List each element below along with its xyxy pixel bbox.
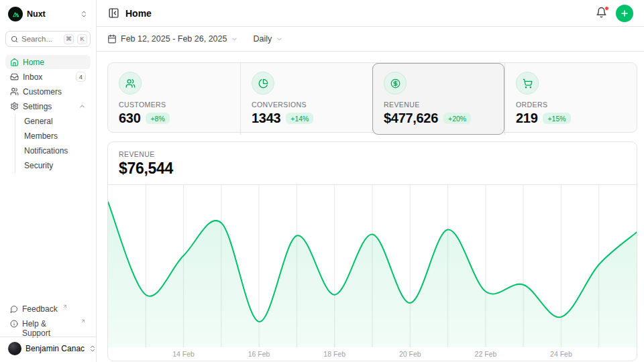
nuxt-logo-icon: [8, 7, 23, 21]
gear-icon: [10, 102, 19, 111]
plus-icon: [620, 9, 629, 18]
chart-title: REVENUE: [119, 150, 626, 158]
avatar: [8, 342, 21, 355]
area-chart-svg: 14 Feb16 Feb18 Feb20 Feb22 Feb24 Feb: [108, 185, 637, 361]
dollar-sign-icon: [390, 78, 400, 88]
header-actions: [594, 5, 633, 22]
date-range-picker[interactable]: Feb 12, 2025 - Feb 26, 2025: [107, 34, 238, 44]
sidebar-item-label: Customers: [23, 87, 62, 97]
sidebar-item-customers[interactable]: Customers: [5, 84, 91, 99]
x-axis-tick-label: 22 Feb: [475, 350, 497, 358]
sidebar-item-label: Help & Support: [22, 319, 76, 338]
sidebar-item-label: Members: [24, 131, 58, 141]
inbox-count-badge: 4: [76, 72, 86, 82]
sidebar-item-label: Home: [23, 58, 44, 67]
x-axis-tick-label: 16 Feb: [248, 350, 270, 358]
sidebar-item-help-support[interactable]: Help & Support: [5, 318, 91, 333]
stat-label: CUSTOMERS: [119, 101, 229, 109]
x-axis-tick-label: 14 Feb: [172, 350, 195, 358]
external-link-arrow-icon: [80, 318, 86, 324]
page-content: CUSTOMERS 630 +8% CONVERSIONS 1343 +14%: [97, 52, 644, 362]
sidebar-item-security[interactable]: Security: [15, 158, 91, 173]
sidebar-item-members[interactable]: Members: [15, 129, 91, 143]
collapse-sidebar-button[interactable]: [107, 7, 119, 19]
shopping-cart-icon: [523, 78, 533, 88]
home-icon: [10, 58, 19, 66]
sidebar-item-label: Inbox: [23, 72, 42, 82]
sidebar-item-feedback[interactable]: Feedback: [5, 303, 91, 318]
revenue-area-chart[interactable]: 14 Feb16 Feb18 Feb20 Feb22 Feb24 Feb: [108, 185, 637, 361]
stat-value: 630: [119, 111, 140, 126]
search-icon: [11, 36, 18, 43]
notification-dot: [604, 6, 609, 11]
sidebar-item-general[interactable]: General: [15, 114, 91, 129]
stat-icon-circle: [516, 72, 539, 95]
user-name: Benjamin Canac: [25, 344, 85, 353]
chevron-up-icon: [78, 103, 86, 110]
users-icon: [125, 78, 136, 88]
panel-left-close-icon: [108, 7, 119, 19]
search-input[interactable]: Search... ⌘ K: [5, 31, 91, 47]
chevrons-up-down-icon: [89, 345, 97, 353]
notifications-button[interactable]: [594, 7, 608, 20]
interval-select[interactable]: Daily: [253, 34, 283, 44]
stat-card-customers[interactable]: CUSTOMERS 630 +8%: [108, 63, 240, 135]
stat-card-conversions[interactable]: CONVERSIONS 1343 +14%: [240, 63, 372, 135]
kbd-cmd: ⌘: [64, 34, 74, 44]
filters-toolbar: Feb 12, 2025 - Feb 26, 2025 Daily: [97, 27, 644, 52]
stat-delta-badge: +14%: [286, 113, 313, 124]
sidebar-item-label: Settings: [23, 102, 52, 111]
stat-label: REVENUE: [384, 101, 494, 109]
interval-label: Daily: [253, 34, 272, 44]
stat-value: 1343: [252, 111, 280, 126]
kbd-k: K: [77, 34, 87, 44]
stat-value: 219: [516, 111, 537, 126]
sidebar-item-settings[interactable]: Settings: [5, 99, 91, 113]
date-range-label: Feb 12, 2025 - Feb 26, 2025: [121, 34, 227, 44]
calendar-icon: [107, 34, 117, 44]
sidebar-item-notifications[interactable]: Notifications: [15, 143, 91, 158]
sidebar-item-label: Security: [24, 161, 53, 170]
app-window: Nuxt Search... ⌘ K Home Inbox 4 Customer…: [0, 0, 644, 362]
x-axis-tick-label: 18 Feb: [323, 350, 345, 358]
stat-delta-badge: +15%: [543, 113, 570, 124]
user-menu[interactable]: Benjamin Canac: [5, 337, 91, 357]
workspace-switcher[interactable]: Nuxt: [5, 5, 91, 23]
sidebar-item-inbox[interactable]: Inbox 4: [5, 70, 91, 84]
sidebar-nav: Home Inbox 4 Customers Settings General …: [5, 55, 91, 173]
revenue-chart-card: REVENUE $76,544 14 Feb16 Feb18 Feb20 Feb…: [107, 141, 637, 361]
info-circle-icon: [10, 320, 18, 328]
chevron-down-icon: [276, 36, 283, 43]
sidebar-item-home[interactable]: Home: [5, 55, 91, 69]
stat-icon-circle: [119, 72, 142, 95]
external-link-arrow-icon: [62, 304, 68, 309]
chart-current-value: $76,544: [119, 160, 626, 178]
pie-chart-icon: [258, 78, 268, 88]
stat-delta-badge: +20%: [443, 113, 471, 124]
stat-delta-badge: +8%: [146, 113, 169, 124]
sidebar-item-label: General: [24, 117, 53, 126]
stat-label: CONVERSIONS: [252, 101, 362, 109]
chevrons-up-down-icon: [80, 10, 88, 18]
stat-value: $477,626: [384, 111, 438, 126]
workspace-name: Nuxt: [27, 9, 46, 19]
main-area: Home Feb 12, 2025 - Feb 26, 2025 Daily: [97, 0, 644, 362]
settings-sub-list: General Members Notifications Security: [15, 114, 91, 173]
stat-icon-circle: [252, 72, 274, 95]
sidebar: Nuxt Search... ⌘ K Home Inbox 4 Customer…: [0, 0, 97, 362]
add-button[interactable]: [616, 5, 633, 22]
page-header: Home: [97, 0, 644, 27]
chevron-down-icon: [231, 36, 238, 43]
stat-card-revenue[interactable]: REVENUE $477,626 +20%: [372, 63, 504, 135]
stat-icon-circle: [384, 72, 407, 95]
stat-label: ORDERS: [516, 101, 626, 109]
sidebar-item-label: Feedback: [22, 304, 58, 314]
page-title: Home: [125, 8, 152, 19]
search-placeholder: Search...: [21, 35, 60, 43]
users-icon: [10, 87, 19, 96]
sidebar-spacer: [5, 173, 91, 303]
sidebar-item-label: Notifications: [24, 146, 68, 156]
stat-card-orders[interactable]: ORDERS 219 +15%: [504, 63, 637, 135]
inbox-icon: [10, 72, 19, 81]
message-circle-icon: [10, 305, 18, 313]
